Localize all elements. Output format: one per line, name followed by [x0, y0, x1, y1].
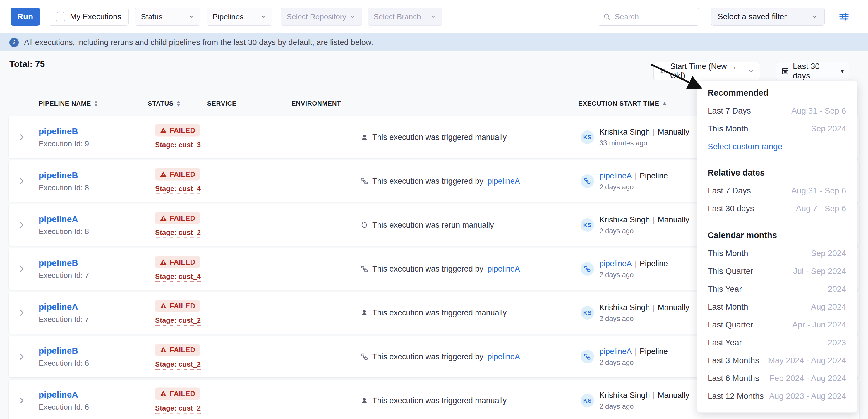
expand-chevron-icon[interactable]: [18, 353, 26, 361]
menu-section-title: Recommended: [708, 84, 846, 102]
column-header-environment: ENVIRONMENT: [291, 98, 341, 109]
filter-sliders-icon[interactable]: [837, 10, 851, 24]
failed-stage-link[interactable]: Stage: cust_4: [155, 272, 201, 282]
execution-id: Execution Id: 7: [39, 315, 89, 324]
menu-item[interactable]: This Quarter Jul - Sep 2024: [708, 262, 846, 280]
column-header-service: SERVICE: [207, 98, 237, 109]
failed-stage-link[interactable]: Stage: cust_4: [155, 185, 201, 194]
execution-id: Execution Id: 9: [39, 139, 89, 148]
menu-item-label: Last Year: [708, 338, 742, 347]
column-header-label: PIPELINE NAME: [39, 100, 91, 107]
trigger-pipeline-link[interactable]: pipelineA: [488, 264, 520, 273]
execution-id: Execution Id: 6: [39, 402, 89, 412]
trigger-pipeline-link[interactable]: pipelineA: [488, 352, 520, 361]
date-range-menu: Recommended Last 7 Days Aug 31 - Sep 6 T…: [697, 81, 858, 413]
menu-item-label: Last 7 Days: [708, 186, 751, 195]
trigger-cell: This execution was triggered by pipeline…: [361, 336, 520, 378]
column-header-execution-start-time[interactable]: EXECUTION START TIME: [578, 98, 667, 109]
menu-item[interactable]: This Month Sep 2024: [708, 244, 846, 262]
expand-chevron-icon[interactable]: [18, 177, 26, 185]
pipeline-name-link[interactable]: pipelineA: [39, 390, 89, 400]
status-cell: FAILED Stage: cust_3: [155, 124, 201, 151]
trigger-type: Manually: [658, 391, 689, 400]
menu-item-range: Jul - Sep 2024: [793, 266, 846, 276]
failed-stage-link[interactable]: Stage: cust_2: [155, 360, 201, 370]
column-header-status[interactable]: STATUS: [148, 98, 181, 109]
execution-id: Execution Id: 6: [39, 359, 89, 368]
status-dropdown[interactable]: Status: [135, 8, 200, 26]
failed-stage-link[interactable]: Stage: cust_2: [155, 404, 201, 414]
column-header-label: SERVICE: [207, 100, 237, 107]
my-executions-toggle[interactable]: My Executions: [49, 8, 129, 26]
run-button[interactable]: Run: [10, 8, 40, 26]
starter-pipeline-link[interactable]: pipelineA: [599, 259, 632, 268]
menu-item-label: This Month: [708, 249, 748, 258]
menu-item[interactable]: Last Quarter Apr - Jun 2024: [708, 316, 846, 333]
avatar-initials: KS: [581, 130, 594, 144]
expand-chevron-icon[interactable]: [18, 309, 26, 317]
pipelines-dropdown[interactable]: Pipelines: [207, 8, 273, 26]
executions-page: Run My Executions Status Pipelines Selec…: [0, 0, 868, 419]
pipeline-icon: [361, 177, 368, 185]
expand-chevron-icon[interactable]: [18, 396, 26, 405]
column-header-label: EXECUTION START TIME: [578, 100, 659, 107]
select-branch-label: Select Branch: [374, 12, 421, 21]
pipeline-name-cell: pipelineA Execution Id: 6: [39, 390, 89, 412]
menu-item-label: Last Month: [708, 302, 748, 312]
expand-chevron-icon[interactable]: [18, 221, 26, 229]
failed-stage-link[interactable]: Stage: cust_3: [155, 141, 201, 151]
pipeline-name-link[interactable]: pipelineB: [39, 346, 89, 356]
menu-item[interactable]: This Month Sep 2024: [708, 120, 846, 137]
started-time: 33 minutes ago: [599, 139, 689, 147]
sort-both-icon: [94, 100, 98, 107]
trigger-pipeline-link[interactable]: pipelineA: [488, 177, 520, 186]
expand-chevron-icon[interactable]: [18, 265, 26, 273]
select-custom-range-link[interactable]: Select custom range: [708, 137, 846, 155]
menu-item-range: Feb 2024 - Aug 2024: [769, 374, 846, 383]
search-input[interactable]: [614, 12, 686, 22]
select-branch-dropdown[interactable]: Select Branch: [368, 8, 442, 26]
divider: |: [650, 128, 658, 137]
failed-stage-link[interactable]: Stage: cust_2: [155, 228, 201, 238]
column-header-label: STATUS: [148, 100, 174, 107]
trigger-type: Pipeline: [640, 347, 668, 356]
divider: |: [632, 347, 640, 356]
starter-pipeline-link[interactable]: pipelineA: [599, 347, 632, 356]
menu-item[interactable]: Last 6 Months Feb 2024 - Aug 2024: [708, 369, 846, 387]
started-time: 2 days ago: [599, 183, 668, 191]
starter-cell: KS Krishika Singh | Manually 2 days ago: [581, 380, 689, 419]
sort-order-dropdown[interactable]: Start Time (New → Old): [653, 62, 760, 80]
my-executions-checkbox[interactable]: [56, 12, 65, 21]
execution-id: Execution Id: 7: [39, 271, 89, 280]
column-header-pipeline-name[interactable]: PIPELINE NAME: [39, 98, 98, 109]
chevron-down-icon: [260, 13, 266, 20]
menu-item[interactable]: Last 12 Months Aug 2023 - Aug 2024: [708, 387, 846, 405]
expand-chevron-icon[interactable]: [18, 133, 26, 141]
trigger-text: This execution was triggered by: [372, 264, 484, 273]
menu-item[interactable]: Last Month Aug 2024: [708, 298, 846, 316]
calendar-icon: [781, 67, 789, 75]
status-badge: FAILED: [155, 124, 200, 137]
menu-item[interactable]: This Year 2024: [708, 280, 846, 298]
chevron-down-icon: [430, 13, 436, 20]
pipeline-name-link[interactable]: pipelineA: [39, 214, 89, 224]
date-range-dropdown[interactable]: Last 30 days ▾: [776, 62, 849, 80]
saved-filter-dropdown[interactable]: Select a saved filter: [711, 8, 825, 26]
menu-item[interactable]: Last 3 Months May 2024 - Aug 2024: [708, 351, 846, 369]
pipeline-name-link[interactable]: pipelineB: [39, 258, 89, 268]
starter-pipeline-link[interactable]: pipelineA: [599, 171, 632, 181]
started-time: 2 days ago: [599, 315, 689, 323]
failed-stage-link[interactable]: Stage: cust_2: [155, 316, 201, 326]
menu-item-label: Select custom range: [708, 142, 782, 151]
menu-item[interactable]: Last 7 Days Aug 31 - Sep 6: [708, 102, 846, 120]
menu-item[interactable]: Last Year 2023: [708, 333, 846, 351]
pipeline-name-link[interactable]: pipelineB: [39, 170, 89, 180]
menu-item[interactable]: Last 30 days Aug 7 - Sep 6: [708, 199, 846, 217]
pipeline-name-link[interactable]: pipelineA: [39, 302, 89, 312]
chevron-down-icon: [748, 68, 754, 74]
select-repository-dropdown[interactable]: Select Repository: [281, 8, 362, 26]
menu-section-title: Relative dates: [708, 164, 846, 182]
menu-item-range: 2023: [828, 338, 846, 347]
pipeline-name-link[interactable]: pipelineB: [39, 126, 89, 136]
menu-item[interactable]: Last 7 Days Aug 31 - Sep 6: [708, 182, 846, 199]
